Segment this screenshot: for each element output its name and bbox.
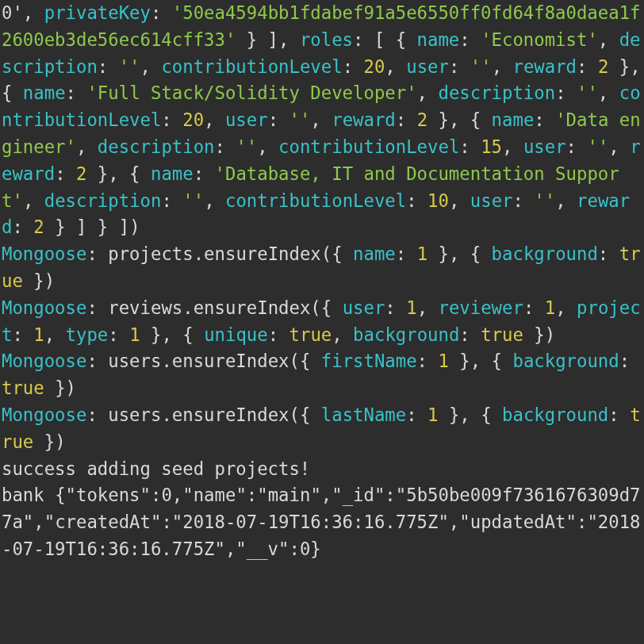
frag: : bbox=[406, 404, 427, 425]
frag: ' bbox=[406, 82, 416, 103]
role3-cl: 10 bbox=[427, 190, 449, 211]
one: 1 bbox=[417, 243, 427, 264]
role1-rw: 2 bbox=[417, 109, 427, 130]
true: true bbox=[2, 378, 44, 398]
ensureIndex: ensureIndex bbox=[172, 404, 289, 425]
frag: , bbox=[417, 297, 439, 318]
bank-v: 0 bbox=[300, 539, 310, 559]
frag: , bbox=[502, 136, 523, 157]
frag: , bbox=[23, 190, 44, 211]
one: 1 bbox=[406, 297, 416, 318]
frag: : bbox=[55, 163, 76, 184]
frag: : bbox=[566, 136, 588, 157]
frag: }) bbox=[23, 270, 55, 291]
frag: , bbox=[608, 136, 630, 157]
success-msg: success adding seed projects! bbox=[2, 458, 310, 479]
frag: : bbox=[608, 404, 630, 425]
frag: . bbox=[161, 351, 171, 371]
frag: ' bbox=[66, 136, 76, 157]
frag: : bbox=[555, 82, 577, 103]
key-reviewer: reviewer bbox=[438, 297, 523, 318]
frag: }) bbox=[44, 378, 76, 398]
frag: , bbox=[76, 136, 98, 157]
frag: , bbox=[598, 82, 619, 103]
frag: : bbox=[86, 243, 108, 264]
one: 1 bbox=[129, 324, 140, 345]
frag: : bbox=[449, 56, 470, 77]
frag: : bbox=[459, 136, 481, 157]
frag: }, { bbox=[86, 163, 151, 184]
key-user: user bbox=[406, 56, 449, 77]
key-privateKey: privateKey bbox=[44, 2, 151, 23]
bank-v-key: __v bbox=[247, 539, 278, 559]
frag: : bbox=[385, 297, 406, 318]
frag: ":" bbox=[566, 512, 598, 532]
frag: : bbox=[12, 324, 33, 345]
frag: , bbox=[385, 56, 406, 77]
frag: ' bbox=[587, 29, 597, 50]
frag: ({ bbox=[310, 297, 342, 318]
key-background: background bbox=[353, 324, 459, 345]
frag: ":" bbox=[236, 485, 267, 505]
frag: ' bbox=[225, 29, 236, 50]
frag: "," bbox=[23, 512, 55, 532]
one: 1 bbox=[33, 324, 44, 345]
mongoose-label: Mongoose bbox=[2, 351, 86, 371]
frag: , bbox=[204, 109, 225, 130]
frag: : bbox=[396, 109, 417, 130]
key-contribLevel: contributionLevel bbox=[161, 56, 342, 77]
frag: : bbox=[523, 297, 545, 318]
coll3: users bbox=[108, 404, 161, 425]
one: 1 bbox=[427, 404, 438, 425]
frag: '' bbox=[470, 56, 492, 77]
frag: ": bbox=[278, 539, 300, 559]
key-background: background bbox=[502, 404, 608, 425]
role2-rw: 2 bbox=[76, 163, 86, 184]
key-type: type bbox=[66, 324, 109, 345]
frag: : bbox=[215, 136, 236, 157]
frag: '' bbox=[534, 190, 555, 211]
key-background: background bbox=[512, 351, 619, 371]
role2-cl: 15 bbox=[481, 136, 502, 157]
key-user: user bbox=[470, 190, 513, 211]
frag: : bbox=[161, 190, 182, 211]
bank-label: bank bbox=[2, 485, 44, 505]
key-lastName: lastName bbox=[321, 404, 406, 425]
frag: } ] } ]) bbox=[44, 217, 140, 237]
key-description: description bbox=[98, 136, 215, 157]
bank-tokens-key: tokens bbox=[76, 485, 140, 505]
bank-name-key: name bbox=[194, 485, 236, 505]
frag: : bbox=[406, 190, 427, 211]
frag: . bbox=[194, 243, 204, 264]
key-reward: reward bbox=[332, 109, 396, 130]
frag: '' bbox=[289, 109, 311, 130]
frag: , bbox=[44, 324, 66, 345]
frag: }, { bbox=[449, 351, 513, 371]
frag: : bbox=[396, 243, 417, 264]
frag: : bbox=[459, 29, 481, 50]
frag: : bbox=[108, 324, 129, 345]
true: true bbox=[481, 324, 523, 345]
key-name: name bbox=[417, 29, 460, 50]
role0-rw: 2 bbox=[598, 56, 608, 77]
frag: }, { bbox=[140, 324, 205, 345]
frag: : bbox=[194, 163, 215, 184]
ensureIndex: ensureIndex bbox=[194, 297, 311, 318]
bank-createdAt-key: createdAt bbox=[55, 512, 151, 532]
frag: ({ bbox=[289, 351, 321, 371]
ensureIndex: ensureIndex bbox=[204, 243, 321, 264]
frag: '' bbox=[587, 136, 608, 157]
frag: : bbox=[98, 56, 119, 77]
frag: : bbox=[459, 324, 481, 345]
coll2: users bbox=[108, 351, 161, 371]
frag: , bbox=[310, 109, 332, 130]
one: 1 bbox=[438, 351, 448, 371]
frag: 0' bbox=[2, 2, 23, 23]
true: true bbox=[289, 324, 332, 345]
frag: , bbox=[204, 190, 225, 211]
key-reward: reward bbox=[512, 56, 577, 77]
frag: "," bbox=[310, 485, 342, 505]
frag: ' bbox=[86, 82, 97, 103]
frag: }, { bbox=[427, 109, 492, 130]
bank-name: main bbox=[268, 485, 311, 505]
